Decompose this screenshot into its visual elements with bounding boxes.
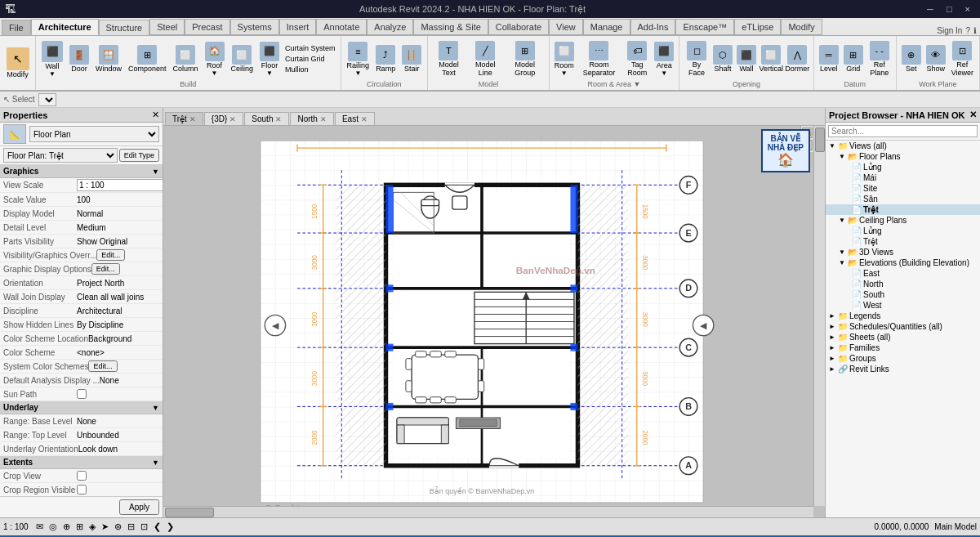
cropview-checkbox[interactable] [77, 471, 87, 481]
tab-etlipse[interactable]: eTLipse [734, 19, 781, 35]
tree-item-tret-fp[interactable]: 📄 Trệt [826, 204, 980, 215]
info-btn[interactable]: ℹ [973, 26, 977, 35]
tree-3d-views[interactable]: ▼ 📂 3D Views [826, 247, 980, 257]
curtain-system-btn[interactable]: Curtain System [283, 43, 337, 53]
component-btn[interactable]: ⊞ Component [126, 43, 169, 74]
stair-btn[interactable]: 🪜 Stair [399, 43, 424, 74]
tree-floor-plans[interactable]: ▼ 📂 Floor Plans [826, 151, 980, 162]
railing-btn[interactable]: ≡ Railing▼ [345, 40, 372, 78]
wall-btn[interactable]: ⬛ Wall▼ [39, 39, 65, 79]
extents-section-header[interactable]: Extents▼ [0, 456, 163, 469]
tab-annotate[interactable]: Annotate [316, 19, 367, 35]
scs-edit-btn[interactable]: Edit... [88, 360, 117, 372]
tab-3d-close-icon[interactable]: ✕ [229, 115, 236, 123]
tab-view[interactable]: View [549, 19, 583, 35]
tab-manage[interactable]: Manage [583, 19, 630, 35]
maximize-btn[interactable]: □ [942, 3, 957, 15]
tab-modify[interactable]: Modify [781, 19, 822, 35]
toolbar-icon-11[interactable]: ❯ [165, 521, 176, 532]
tree-item-tret-cp[interactable]: 📄 Trệt [826, 236, 980, 247]
floor-plan-select[interactable]: Floor Plan: Trệt [3, 148, 118, 163]
edit-type-btn[interactable]: Edit Type [119, 149, 159, 162]
tab-north-close-icon[interactable]: ✕ [320, 115, 327, 123]
floor-btn[interactable]: ⬛ Floor▼ [257, 40, 282, 78]
ref-plane-btn[interactable]: - - Ref Plane [866, 39, 893, 78]
tree-item-san-fp[interactable]: 📄 Sân [826, 194, 980, 204]
tab-enscape[interactable]: Enscape™ [675, 19, 734, 35]
tree-schedules[interactable]: ► 📁 Schedules/Quantities (all) [826, 321, 980, 332]
vertical-scrollbar[interactable] [813, 126, 825, 506]
column-btn[interactable]: ⬜ Column [171, 43, 201, 74]
tab-file[interactable]: File [2, 20, 31, 35]
shaft-btn[interactable]: ⬡ Shaft [711, 43, 734, 74]
underlay-section-header[interactable]: Underlay▼ [0, 401, 163, 414]
view-tab-tret[interactable]: Trệt ✕ [165, 112, 203, 125]
tab-systems[interactable]: Systems [230, 19, 279, 35]
ceiling-btn[interactable]: ⬜ Ceiling [229, 43, 256, 74]
view-scale-input[interactable] [77, 179, 163, 191]
wall-opening-btn[interactable]: ⬛ Wall [735, 43, 758, 74]
ref-viewer-btn[interactable]: ⊡ Ref Viewer [949, 39, 976, 78]
tree-item-south-elev[interactable]: 📄 South [826, 289, 980, 300]
tab-addins[interactable]: Add-Ins [630, 19, 676, 35]
cropregion-checkbox[interactable] [77, 485, 87, 494]
vertical-btn[interactable]: ⬜ Vertical [759, 43, 784, 74]
view-tab-north[interactable]: North ✕ [290, 112, 333, 125]
project-browser-search-input[interactable] [828, 125, 978, 137]
tree-legends[interactable]: ► 📁 Legends [826, 311, 980, 321]
vg-edit-btn[interactable]: Edit... [96, 249, 125, 261]
toolbar-icon-10[interactable]: ❮ [152, 521, 163, 532]
toolbar-icon-7[interactable]: ⊛ [113, 521, 123, 532]
tab-south-close-icon[interactable]: ✕ [275, 115, 282, 123]
level-btn[interactable]: ═ Level [817, 43, 840, 74]
tree-sheets[interactable]: ► 📁 Sheets (all) [826, 332, 980, 342]
tree-item-lung-fp[interactable]: 📄 Lửng [826, 162, 980, 172]
tab-analyze[interactable]: Analyze [367, 19, 413, 35]
tree-views-all[interactable]: ▼ 📁 Views (all) [826, 141, 980, 151]
window-btn[interactable]: 🪟 Window [93, 43, 124, 74]
toolbar-icon-2[interactable]: ◎ [47, 521, 59, 532]
grid-btn[interactable]: ⊞ Grid [842, 43, 865, 74]
view-tab-east[interactable]: East ✕ [335, 112, 375, 125]
room-separator-btn[interactable]: ⋯ Room Separator [577, 39, 622, 78]
tab-structure[interactable]: Structure [99, 20, 150, 35]
model-text-btn[interactable]: T Model Text [431, 39, 466, 78]
tree-revit-links[interactable]: ► 🔗 Revit Links [826, 364, 980, 374]
set-btn[interactable]: ⊕ Set [900, 43, 923, 74]
tree-item-lung-cp[interactable]: 📄 Lửng [826, 226, 980, 236]
tab-east-close-icon[interactable]: ✕ [361, 115, 368, 123]
toolbar-icon-4[interactable]: ⊞ [74, 521, 85, 532]
properties-close-btn[interactable]: ✕ [152, 110, 159, 120]
window-controls[interactable]: ─ □ × [922, 3, 975, 15]
drawing-canvas[interactable]: 🏠 ⤢ [163, 126, 825, 517]
tree-families[interactable]: ► 📁 Families [826, 342, 980, 353]
area-btn[interactable]: ⬛ Area▼ [653, 40, 675, 78]
tab-collaborate[interactable]: Collaborate [488, 19, 549, 35]
tab-architecture[interactable]: Architecture [31, 19, 99, 35]
view-type-select[interactable]: Floor Plan [29, 126, 159, 142]
sunpath-checkbox[interactable] [77, 389, 87, 399]
tab-steel[interactable]: Steel [149, 19, 185, 35]
curtain-grid-btn[interactable]: Curtain Grid [283, 54, 337, 64]
project-browser-close-icon[interactable]: ✕ [969, 110, 977, 120]
model-line-btn[interactable]: ╱ Model Line [468, 39, 503, 78]
select-dropdown[interactable] [38, 93, 56, 106]
horizontal-scrollbar[interactable] [163, 506, 813, 517]
gdo-edit-btn[interactable]: Edit... [91, 263, 120, 275]
properties-scroll[interactable]: Graphics▼ View Scale Scale Value 100 Dis… [0, 165, 163, 496]
tree-groups[interactable]: ► 📁 Groups [826, 353, 980, 364]
by-face-btn[interactable]: ◻ By Face [683, 39, 710, 78]
tree-elevations[interactable]: ▼ 📂 Elevations (Building Elevation) [826, 257, 980, 268]
tab-massing[interactable]: Massing & Site [413, 19, 488, 35]
door-btn[interactable]: 🚪 Door [67, 43, 91, 74]
tree-item-west-elev[interactable]: 📄 West [826, 300, 980, 311]
signin-btn[interactable]: Sign In [937, 26, 962, 35]
close-btn[interactable]: × [960, 3, 975, 15]
view-tab-3d[interactable]: {3D} ✕ [204, 112, 243, 125]
room-btn[interactable]: ⬜ Room▼ [553, 40, 576, 78]
toolbar-icon-9[interactable]: ⊡ [139, 521, 149, 532]
mullion-btn[interactable]: Mullion [283, 65, 337, 74]
toolbar-icon-6[interactable]: ➤ [100, 521, 110, 532]
tab-precast[interactable]: Precast [185, 19, 229, 35]
tab-tret-close-icon[interactable]: ✕ [189, 115, 196, 123]
